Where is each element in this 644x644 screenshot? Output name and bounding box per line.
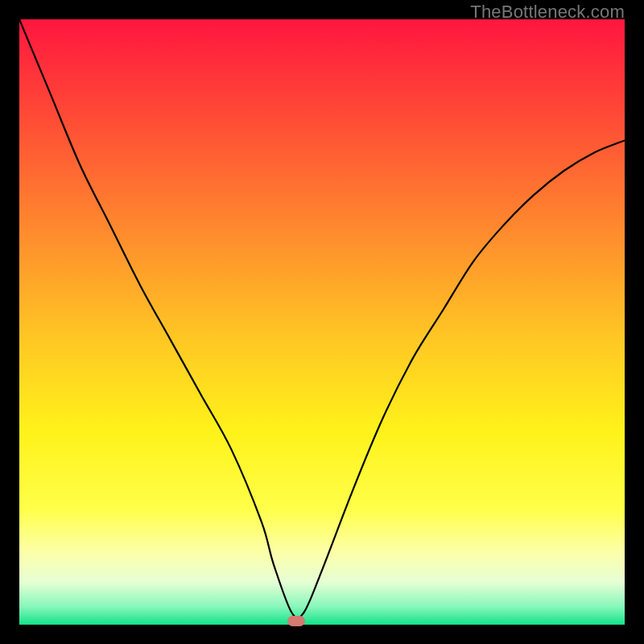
bottleneck-curve — [19, 19, 625, 625]
min-marker — [287, 616, 305, 626]
curve-path — [19, 19, 625, 618]
chart-frame: TheBottleneck.com — [0, 0, 644, 644]
plot-area — [19, 19, 625, 625]
watermark-text: TheBottleneck.com — [470, 2, 625, 23]
